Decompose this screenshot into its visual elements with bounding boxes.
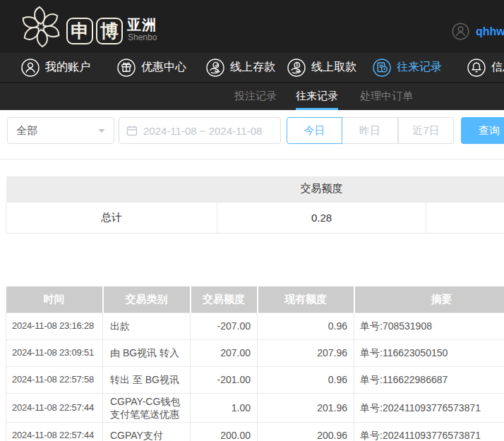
col-header-time: 时间 [6, 286, 103, 313]
flower-logo-icon [20, 4, 62, 48]
date-range-input[interactable]: 2024-11-08 ~ 2024-11-08 [119, 117, 281, 144]
cell-balance: 200.96 [258, 422, 354, 441]
last7days-button[interactable]: 近7日 [398, 117, 454, 144]
cell-time: 2024-11-08 23:16:28 [6, 313, 103, 339]
date-range-value: 2024-11-08 ~ 2024-11-08 [143, 125, 262, 137]
summary-empty-cell [426, 202, 504, 233]
search-button[interactable]: 查询 [461, 117, 504, 144]
cell-memo: 单号:708531908 [354, 313, 504, 339]
summary-total-value: 0.28 [217, 202, 426, 233]
cell-balance: 0.96 [258, 366, 354, 393]
page: 申 博 亚洲 Shenbo qhhw 我的账户 [0, 0, 504, 441]
cell-amount: -207.00 [191, 313, 258, 339]
summary-header-empty-1 [6, 176, 217, 202]
cell-amount: 207.00 [191, 339, 258, 366]
nav-item-records[interactable]: 往来记录 [373, 53, 442, 82]
nav-label: 往来记录 [397, 60, 442, 75]
cell-time: 2024-11-08 23:09:51 [6, 339, 103, 366]
tab-pending-orders[interactable]: 处理中订单 [360, 83, 413, 110]
cell-memo: 单号:202411093776573871 [354, 422, 504, 441]
bell-icon [467, 59, 486, 77]
cell-type: 由 BG视讯 转入 [103, 339, 191, 366]
cell-type: 转出 至 BG视讯 [103, 366, 191, 393]
cell-balance: 207.96 [258, 339, 354, 366]
nav-item-deposit[interactable]: 线上存款 [206, 53, 275, 82]
cell-memo: 单号:116622986687 [354, 366, 504, 393]
summary-total-row: 总计 0.28 [6, 202, 504, 233]
nav-label: 线上存款 [230, 60, 275, 75]
cell-balance: 201.96 [258, 393, 354, 422]
nav-label: 信息 [491, 60, 504, 75]
gift-icon [117, 59, 136, 77]
cell-memo: 单号:116623050150 [354, 339, 504, 366]
summary-header-empty-2 [426, 176, 504, 202]
summary-header-amount: 交易额度 [217, 176, 426, 202]
records-icon [373, 59, 391, 77]
account-user-icon [452, 23, 469, 40]
nav-item-my-account[interactable]: 我的账户 [21, 53, 90, 82]
filter-bar: 全部 2024-11-08 ~ 2024-11-08 今日 昨日 近7日 查询 [0, 110, 504, 159]
summary-header-row: 交易额度 [6, 176, 504, 202]
cell-balance: 0.96 [258, 313, 354, 339]
main-nav: 我的账户 优惠中心 [0, 53, 504, 83]
sub-nav: 投注记录 往来记录 处理中订单 [0, 83, 504, 110]
nav-label: 我的账户 [45, 60, 90, 75]
nav-item-withdraw[interactable]: $ 线上取款 [287, 53, 356, 82]
cell-time: 2024-11-08 22:57:44 [6, 422, 103, 441]
chevron-down-icon [98, 129, 105, 136]
table-row: 2024-11-08 23:09:51 由 BG视讯 转入 207.00 207… [6, 339, 504, 366]
nav-label: 线上取款 [311, 60, 356, 75]
col-header-type: 交易类别 [103, 286, 191, 313]
col-header-balance: 现有额度 [258, 286, 354, 313]
summary-total-label: 总计 [6, 202, 217, 233]
summary-table: 交易额度 总计 0.28 [6, 176, 504, 234]
top-header: 申 博 亚洲 Shenbo qhhw [0, 0, 504, 53]
col-header-amount: 交易额度 [191, 286, 258, 313]
cell-amount: 1.00 [191, 393, 258, 422]
cell-type: 出款 [103, 313, 191, 339]
cell-type: CGPAY-CG钱包支付笔笔送优惠 [103, 393, 191, 422]
cell-amount: 200.00 [191, 422, 258, 441]
account-widget[interactable]: qhhw [452, 23, 504, 40]
logo-char-1: 申 [66, 18, 93, 44]
user-icon [21, 59, 40, 77]
logo-char-2: 博 [96, 18, 123, 44]
username[interactable]: qhhw [476, 25, 504, 38]
deposit-icon [206, 59, 224, 77]
nav-label: 优惠中心 [141, 60, 186, 75]
cell-time: 2024-11-08 22:57:44 [6, 393, 103, 422]
svg-text:$: $ [296, 62, 299, 67]
quick-range-group: 今日 昨日 近7日 [287, 117, 454, 144]
brand-region: 亚洲 [127, 18, 157, 32]
cell-type: CGPAY支付 [103, 422, 191, 441]
type-select[interactable]: 全部 [7, 117, 114, 144]
calendar-icon [126, 125, 138, 136]
yesterday-button[interactable]: 昨日 [342, 117, 398, 144]
transactions-header-row: 时间 交易类别 交易额度 现有额度 摘要 [6, 286, 504, 313]
cell-time: 2024-11-08 22:57:58 [6, 366, 103, 393]
nav-item-messages[interactable]: 信息 [467, 53, 504, 82]
cell-memo: 单号:202411093776573871 [354, 393, 504, 422]
withdraw-icon: $ [287, 59, 306, 77]
tab-transaction-records[interactable]: 往来记录 [296, 83, 338, 110]
today-button[interactable]: 今日 [287, 117, 342, 144]
table-row: 2024-11-08 22:57:44 CGPAY-CG钱包支付笔笔送优惠 1.… [6, 393, 504, 422]
table-row: 2024-11-08 23:16:28 出款 -207.00 0.96 单号:7… [6, 313, 504, 339]
cell-amount: -201.00 [191, 366, 258, 393]
transactions-table: 时间 交易类别 交易额度 现有额度 摘要 2024-11-08 23:16:28… [6, 286, 504, 441]
table-row: 2024-11-08 22:57:58 转出 至 BG视讯 -201.00 0.… [6, 366, 504, 393]
tab-bet-records[interactable]: 投注记录 [234, 83, 277, 110]
table-row: 2024-11-08 22:57:44 CGPAY支付 200.00 200.9… [6, 422, 504, 441]
brand-subtitle: Shenbo [128, 33, 157, 42]
col-header-memo: 摘要 [354, 286, 504, 313]
nav-item-promotions[interactable]: 优惠中心 [117, 53, 186, 82]
type-select-value: 全部 [16, 124, 37, 138]
